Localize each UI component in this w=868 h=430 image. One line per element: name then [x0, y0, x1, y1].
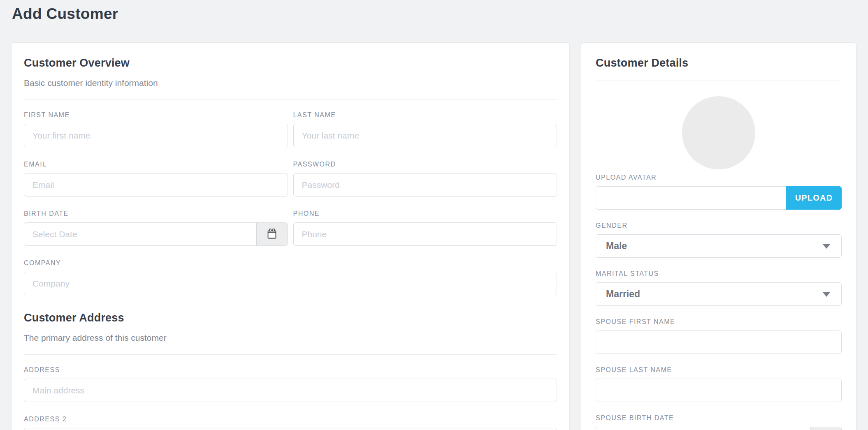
calendar-button[interactable]: [810, 427, 841, 430]
address2-group: ADDRESS 2: [24, 416, 557, 430]
calendar-button[interactable]: [256, 223, 288, 245]
spouse-birth-date-field: [596, 427, 842, 430]
address2-input[interactable]: [24, 428, 557, 430]
overview-section-subtitle: Basic customer identity information: [24, 78, 557, 88]
email-group: EMAIL: [24, 161, 288, 197]
address-input[interactable]: [24, 379, 557, 402]
company-input[interactable]: [24, 272, 557, 295]
spouse-last-name-label: SPOUSE LAST NAME: [596, 366, 842, 374]
email-password-row: EMAIL PASSWORD: [24, 161, 557, 197]
name-row: FIRST NAME LAST NAME: [24, 111, 557, 147]
address-group: ADDRESS: [24, 366, 557, 402]
spouse-last-name-group: SPOUSE LAST NAME: [596, 366, 842, 402]
spouse-first-name-label: SPOUSE FIRST NAME: [596, 318, 842, 326]
birth-date-label: BIRTH DATE: [24, 210, 288, 217]
spouse-first-name-input[interactable]: [596, 331, 842, 354]
phone-group: PHONE: [293, 210, 557, 246]
first-name-label: FIRST NAME: [24, 111, 288, 119]
address-label: ADDRESS: [24, 366, 557, 374]
spouse-birth-date-label: SPOUSE BIRTH DATE: [596, 414, 842, 422]
last-name-group: LAST NAME: [293, 111, 557, 147]
details-section-title: Customer Details: [596, 57, 842, 69]
phone-input[interactable]: [293, 222, 557, 246]
gender-select[interactable]: Male: [596, 234, 842, 258]
first-name-group: FIRST NAME: [24, 111, 288, 147]
spouse-first-name-group: SPOUSE FIRST NAME: [596, 318, 842, 354]
section-divider: [596, 81, 842, 81]
birth-date-input[interactable]: [24, 222, 288, 246]
birth-date-group: BIRTH DATE: [24, 210, 288, 246]
spouse-birth-date-input[interactable]: [596, 427, 842, 430]
last-name-label: LAST NAME: [293, 111, 557, 119]
avatar-placeholder: [682, 96, 755, 169]
birth-phone-row: BIRTH DATE PHONE: [24, 210, 557, 246]
upload-avatar-label: UPLOAD AVATAR: [596, 174, 842, 181]
overview-section-title: Customer Overview: [24, 57, 557, 69]
first-name-input[interactable]: [24, 124, 288, 147]
marital-status-label: MARITAL STATUS: [596, 270, 842, 277]
upload-avatar-field: UPLOAD: [596, 186, 842, 210]
customer-overview-card: Customer Overview Basic customer identit…: [11, 42, 570, 430]
gender-group: GENDER Male: [596, 222, 842, 258]
section-divider: [24, 354, 557, 355]
upload-avatar-group: UPLOAD AVATAR UPLOAD: [596, 174, 842, 210]
chevron-down-icon: [823, 292, 830, 297]
phone-label: PHONE: [293, 210, 557, 217]
chevron-down-icon: [823, 244, 830, 249]
address-section-title: Customer Address: [24, 312, 557, 324]
company-group: COMPANY: [24, 259, 557, 295]
upload-button[interactable]: UPLOAD: [786, 186, 842, 210]
company-label: COMPANY: [24, 259, 557, 267]
address-section-subtitle: The primary address of this customer: [24, 333, 557, 343]
gender-select-value: Male: [606, 240, 627, 252]
password-group: PASSWORD: [293, 161, 557, 197]
spouse-birth-date-group: SPOUSE BIRTH DATE: [596, 414, 842, 430]
email-label: EMAIL: [24, 161, 288, 168]
marital-status-group: MARITAL STATUS Married: [596, 270, 842, 306]
page-title: Add Customer: [12, 5, 118, 23]
password-label: PASSWORD: [293, 161, 557, 168]
section-divider: [24, 99, 557, 100]
email-input[interactable]: [24, 173, 288, 197]
marital-status-select[interactable]: Married: [596, 282, 842, 306]
birth-date-field: [24, 222, 288, 246]
password-input[interactable]: [293, 173, 557, 197]
spouse-last-name-input[interactable]: [596, 379, 842, 402]
gender-label: GENDER: [596, 222, 842, 229]
address2-label: ADDRESS 2: [24, 416, 557, 423]
avatar-file-input[interactable]: [596, 186, 786, 210]
marital-status-select-value: Married: [606, 289, 640, 300]
calendar-icon: [267, 229, 277, 240]
last-name-input[interactable]: [293, 124, 557, 147]
customer-details-card: Customer Details UPLOAD AVATAR UPLOAD GE…: [581, 42, 856, 430]
